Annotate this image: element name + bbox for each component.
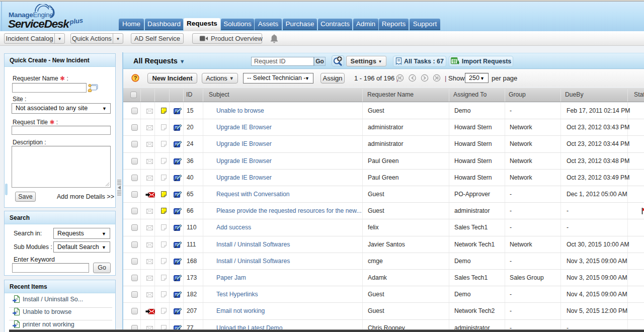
svg-text:?: ? [134, 75, 137, 81]
